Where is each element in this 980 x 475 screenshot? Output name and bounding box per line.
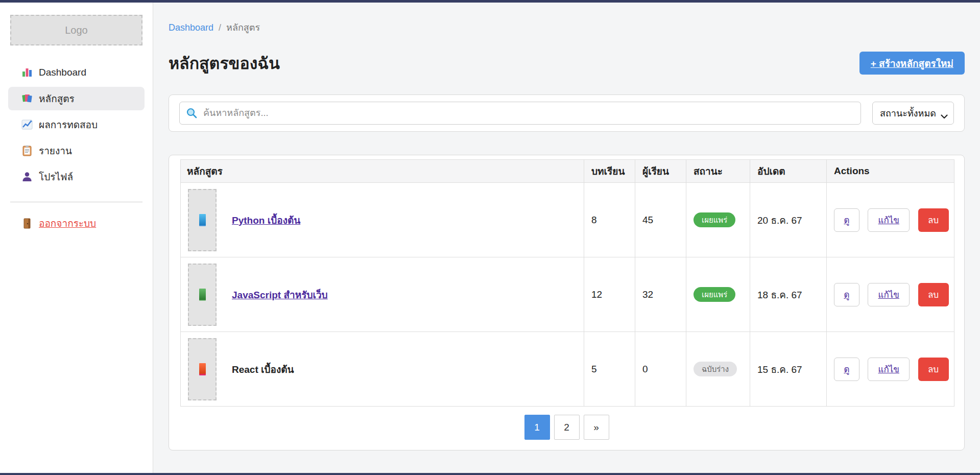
next-page-button[interactable]: » [584, 415, 609, 440]
sidebar-item-dashboard[interactable]: Dashboard [8, 61, 145, 84]
breadcrumb-current: หลักสูตร [226, 22, 260, 33]
table-row: React เบื้องต้น 5 0 ฉบับร่าง 15 ธ.ค. 67 … [181, 332, 954, 407]
updated-date: 15 ธ.ค. 67 [750, 332, 827, 407]
breadcrumb-separator: / [219, 22, 221, 33]
sidebar-item-label: หลักสูตร [39, 91, 75, 106]
logo-placeholder: Logo [10, 15, 142, 45]
table-row: Python เบื้องต้น 8 45 เผยแพร่ 20 ธ.ค. 67… [181, 183, 954, 257]
updated-date: 18 ธ.ค. 67 [750, 257, 827, 332]
view-button[interactable]: ดู [834, 208, 859, 232]
logout-label: ออกจากระบบ [39, 216, 96, 231]
door-icon [21, 218, 33, 229]
sidebar-item-test-results[interactable]: ผลการทดสอบ [8, 113, 145, 136]
status-badge: เผยแพร่ [694, 212, 735, 227]
search-icon [186, 107, 197, 118]
create-course-button[interactable]: + สร้างหลักสูตรใหม่ [859, 52, 965, 75]
edit-button[interactable]: แก้ไข [868, 283, 910, 306]
search-field [179, 102, 861, 125]
course-title-link[interactable]: Python เบื้องต้น [232, 212, 300, 228]
students-count: 0 [635, 332, 686, 407]
course-table: หลักสูตร บทเรียน ผู้เรียน สถานะ อัปเดต A… [180, 159, 954, 407]
delete-button[interactable]: ลบ [918, 358, 949, 381]
bar-chart-icon [21, 67, 33, 78]
sidebar-item-reports[interactable]: รายงาน [8, 139, 145, 162]
book-icon [199, 214, 206, 226]
students-count: 45 [635, 183, 686, 257]
table-row: JavaScript สำหรับเว็บ 12 32 เผยแพร่ 18 ธ… [181, 257, 954, 332]
main-content: Dashboard/หลักสูตร หลักสูตรของฉัน + สร้า… [153, 3, 980, 473]
status-badge: เผยแพร่ [694, 287, 735, 302]
course-thumbnail [188, 338, 217, 400]
delete-button[interactable]: ลบ [918, 208, 949, 232]
edit-button[interactable]: แก้ไข [868, 358, 910, 381]
status-filter-select[interactable]: สถานะทั้งหมด [872, 102, 954, 125]
sidebar-item-label: ผลการทดสอบ [39, 117, 98, 132]
sidebar-item-profile[interactable]: โปรไฟล์ [8, 165, 145, 188]
breadcrumb-dashboard-link[interactable]: Dashboard [169, 22, 213, 33]
view-button[interactable]: ดู [834, 283, 859, 306]
lessons-count: 8 [584, 183, 635, 257]
course-table-card: หลักสูตร บทเรียน ผู้เรียน สถานะ อัปเดต A… [169, 155, 965, 450]
delete-button[interactable]: ลบ [918, 283, 949, 306]
column-header-updated: อัปเดต [750, 160, 827, 183]
view-button[interactable]: ดู [834, 358, 859, 381]
books-icon [21, 93, 33, 104]
filter-card: สถานะทั้งหมด [169, 94, 965, 132]
course-title-link[interactable]: React เบื้องต้น [232, 362, 294, 377]
search-input[interactable] [179, 102, 861, 125]
sidebar-divider [10, 202, 142, 202]
chevron-down-icon [941, 111, 948, 122]
logout-link[interactable]: ออกจากระบบ [8, 216, 145, 231]
sidebar-item-label: โปรไฟล์ [39, 169, 73, 184]
students-count: 32 [635, 257, 686, 332]
course-cell: JavaScript สำหรับเว็บ [188, 264, 577, 326]
pagination: 12» [180, 415, 953, 440]
sidebar-item-courses[interactable]: หลักสูตร [8, 87, 145, 110]
table-header-row: หลักสูตร บทเรียน ผู้เรียน สถานะ อัปเดต A… [181, 160, 954, 183]
logo-text: Logo [65, 25, 88, 36]
page-button-1[interactable]: 1 [524, 415, 550, 440]
course-table-body: Python เบื้องต้น 8 45 เผยแพร่ 20 ธ.ค. 67… [181, 183, 954, 407]
course-thumbnail [188, 264, 217, 326]
course-title-link[interactable]: JavaScript สำหรับเว็บ [232, 287, 328, 302]
lessons-count: 12 [584, 257, 635, 332]
column-header-lessons: บทเรียน [584, 160, 635, 183]
book-icon [199, 363, 206, 375]
column-header-students: ผู้เรียน [635, 160, 686, 183]
page-title: หลักสูตรของฉัน [169, 50, 280, 76]
column-header-course: หลักสูตร [181, 160, 584, 183]
book-icon [199, 289, 206, 301]
breadcrumb: Dashboard/หลักสูตร [169, 20, 965, 35]
line-chart-icon [21, 119, 33, 130]
page-button-2[interactable]: 2 [554, 415, 580, 440]
sidebar-item-label: Dashboard [39, 67, 86, 78]
course-cell: React เบื้องต้น [188, 338, 577, 400]
status-badge: ฉบับร่าง [694, 362, 737, 376]
column-header-status: สถานะ [686, 160, 750, 183]
sidebar-item-label: รายงาน [39, 143, 72, 158]
sidebar-nav: Dashboard หลักสูตร ผลการทดสอบ รายงาน [0, 61, 153, 231]
edit-button[interactable]: แก้ไข [868, 208, 910, 232]
bottom-accent-bar [0, 473, 980, 475]
status-filter-value: สถานะทั้งหมด [880, 106, 936, 121]
lessons-count: 5 [584, 332, 635, 407]
course-thumbnail [188, 189, 217, 251]
course-cell: Python เบื้องต้น [188, 189, 577, 251]
sidebar: Logo Dashboard หลักสูตร ผลการทดสอบ [0, 3, 153, 473]
page-header: หลักสูตรของฉัน + สร้างหลักสูตรใหม่ [169, 50, 965, 76]
person-icon [21, 171, 33, 182]
updated-date: 20 ธ.ค. 67 [750, 183, 827, 257]
clipboard-icon [21, 145, 33, 156]
column-header-actions: Actions [827, 160, 954, 183]
